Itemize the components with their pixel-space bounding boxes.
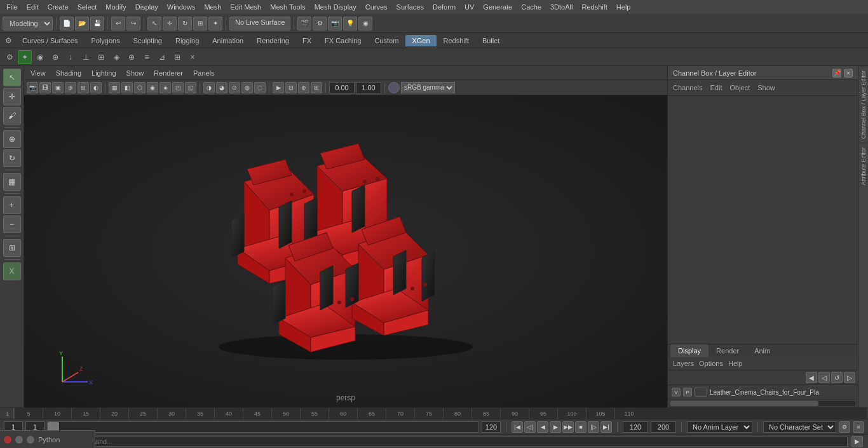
menu-3dtool[interactable]: 3DtoAll bbox=[546, 2, 576, 12]
menu-uv[interactable]: UV bbox=[461, 2, 478, 12]
tab-rendering[interactable]: Rendering bbox=[250, 35, 295, 46]
vp-face-btn[interactable]: ◰ bbox=[172, 82, 184, 93]
vp-cam2-btn[interactable]: 🎞 bbox=[39, 82, 51, 93]
help-option[interactable]: Help bbox=[728, 360, 743, 367]
vp-uvset-btn[interactable]: ◱ bbox=[185, 82, 196, 93]
python-run-btn[interactable]: ▶ bbox=[851, 436, 863, 447]
vp-ao-btn[interactable]: ◍ bbox=[241, 82, 253, 93]
char-set-settings-btn[interactable]: ⚙ bbox=[839, 421, 850, 433]
open-file-btn[interactable]: 📂 bbox=[75, 17, 89, 31]
menu-curves[interactable]: Curves bbox=[362, 2, 391, 12]
xgen-icon8[interactable]: ⊕ bbox=[125, 50, 139, 64]
xgen-icon1[interactable]: ✦ bbox=[18, 50, 32, 64]
python-input[interactable] bbox=[31, 437, 848, 447]
vp-menu-view[interactable]: View bbox=[27, 68, 50, 78]
layer-item[interactable]: V P Leather_Cinema_Chairs_for_Four_Pla bbox=[668, 385, 858, 400]
xgen-icon10[interactable]: ⊿ bbox=[155, 50, 169, 64]
vp-menu-shading[interactable]: Shading bbox=[52, 68, 85, 78]
timeline-track[interactable]: 5 10 15 20 25 30 35 40 45 50 55 60 65 70… bbox=[14, 408, 867, 419]
play-back-btn[interactable]: ◀ bbox=[537, 421, 548, 433]
vp-wire-btn[interactable]: ⊞ bbox=[78, 82, 89, 93]
layer-display-tab[interactable]: Display bbox=[670, 344, 709, 357]
paint-tool-icon[interactable]: 🖌 bbox=[3, 107, 21, 125]
vp-grid-btn[interactable]: ▦ bbox=[109, 82, 120, 93]
vp-light1-btn[interactable]: ◑ bbox=[203, 82, 215, 93]
plus-icon[interactable]: + bbox=[3, 196, 21, 214]
cam-btn[interactable]: 📷 bbox=[328, 17, 342, 31]
step-fwd-btn[interactable]: |▷ bbox=[588, 421, 599, 433]
render-settings-btn[interactable]: ⚙ bbox=[313, 17, 327, 31]
vp-rot-x-input[interactable] bbox=[329, 82, 355, 93]
select-tool-icon[interactable]: ↖ bbox=[3, 69, 21, 86]
vp-rot-y-input[interactable] bbox=[356, 82, 381, 93]
tab-custom[interactable]: Custom bbox=[369, 35, 405, 46]
workspace-dropdown[interactable]: Modeling bbox=[3, 17, 53, 31]
layer-playback-check[interactable]: P bbox=[683, 388, 692, 397]
menu-edit[interactable]: Edit bbox=[23, 2, 43, 12]
anim-layer-dropdown[interactable]: No Anim Layer bbox=[687, 421, 752, 433]
vp-display-btn[interactable]: ◧ bbox=[121, 82, 133, 93]
circle-btn[interactable]: ◉ bbox=[358, 17, 372, 31]
layer-next-btn[interactable]: ▷ bbox=[844, 372, 855, 383]
mini-close-btn[interactable] bbox=[4, 436, 11, 444]
tab-sculpting[interactable]: Sculpting bbox=[127, 35, 168, 46]
menu-mesh[interactable]: Mesh bbox=[200, 2, 225, 12]
frame-end-field[interactable] bbox=[482, 421, 501, 433]
xgen-icon2[interactable]: ◉ bbox=[33, 50, 47, 64]
undo-btn[interactable]: ↩ bbox=[111, 17, 125, 31]
vp-overscan-btn[interactable]: ⊞ bbox=[311, 82, 322, 93]
xgen-icon12[interactable]: × bbox=[186, 50, 200, 64]
tab-xgen[interactable]: XGen bbox=[405, 35, 436, 46]
layer-refresh-btn[interactable]: ↺ bbox=[831, 372, 843, 383]
vp-light2-btn[interactable]: ◕ bbox=[216, 82, 227, 93]
grid-icon[interactable]: ▦ bbox=[3, 173, 21, 191]
edit-tab[interactable]: Edit bbox=[710, 84, 722, 92]
layer-visibility-check[interactable]: V bbox=[672, 388, 681, 397]
redo-btn[interactable]: ↪ bbox=[126, 17, 140, 31]
vp-menu-show[interactable]: Show bbox=[123, 68, 148, 78]
vp-cam1-btn[interactable]: 📷 bbox=[27, 82, 38, 93]
rotate-btn[interactable]: ↻ bbox=[178, 17, 192, 31]
vp-menu-renderer[interactable]: Renderer bbox=[150, 68, 187, 78]
go-end-btn[interactable]: ▶| bbox=[600, 421, 612, 433]
layer-anim-tab[interactable]: Anim bbox=[747, 344, 778, 357]
stop-btn[interactable]: ■ bbox=[575, 421, 587, 433]
tab-polygons[interactable]: Polygons bbox=[85, 35, 126, 46]
play-fwd-btn[interactable]: ▶ bbox=[550, 421, 561, 433]
layer-prev2-btn[interactable]: ◁ bbox=[818, 372, 830, 383]
universal-btn[interactable]: ✦ bbox=[208, 17, 222, 31]
vp-poly-btn[interactable]: ⬡ bbox=[134, 82, 146, 93]
settings-gear-icon[interactable]: ⚙ bbox=[3, 50, 17, 64]
vp-snap-btn[interactable]: ⊕ bbox=[65, 82, 76, 93]
channels-tab[interactable]: Channels bbox=[673, 84, 702, 92]
no-live-surface-btn[interactable]: No Live Surface bbox=[229, 17, 290, 31]
layer-scrollbar[interactable] bbox=[670, 401, 855, 406]
move-btn[interactable]: ✛ bbox=[163, 17, 177, 31]
show-tab[interactable]: Show bbox=[757, 84, 775, 92]
viewport-3d[interactable]: X Y Z persp bbox=[24, 95, 667, 407]
vp-menu-lighting[interactable]: Lighting bbox=[88, 68, 120, 78]
playback-slider[interactable] bbox=[47, 421, 479, 433]
layers-option[interactable]: Layers bbox=[673, 360, 694, 367]
menu-display[interactable]: Display bbox=[132, 2, 162, 12]
menu-surfaces[interactable]: Surfaces bbox=[393, 2, 428, 12]
menu-generate[interactable]: Generate bbox=[479, 2, 516, 12]
vp-cam3-btn[interactable]: ▣ bbox=[52, 82, 64, 93]
options-option[interactable]: Options bbox=[699, 360, 723, 367]
light-btn[interactable]: 💡 bbox=[343, 17, 357, 31]
vp-film-btn[interactable]: ⊟ bbox=[285, 82, 297, 93]
layer-color-swatch[interactable] bbox=[695, 388, 707, 397]
channel-box-edge-tab[interactable]: Channel Box / Layer Editor bbox=[860, 66, 867, 143]
menu-edit-mesh[interactable]: Edit Mesh bbox=[226, 2, 265, 12]
attribute-editor-edge-tab[interactable]: Attribute Editor bbox=[860, 143, 867, 189]
vp-playback-btn[interactable]: ▶ bbox=[273, 82, 284, 93]
vp-edge-btn[interactable]: ◈ bbox=[159, 82, 171, 93]
character-set-dropdown[interactable]: No Character Set bbox=[763, 421, 836, 433]
layer-prev-btn[interactable]: ◀ bbox=[806, 372, 817, 383]
move-tool-icon[interactable]: ✛ bbox=[3, 88, 21, 105]
tab-rigging[interactable]: Rigging bbox=[169, 35, 205, 46]
menu-help[interactable]: Help bbox=[613, 2, 635, 12]
menu-deform[interactable]: Deform bbox=[429, 2, 459, 12]
char-set-extra-btn[interactable]: ≡ bbox=[853, 421, 864, 433]
menu-redshift[interactable]: Redshift bbox=[578, 2, 611, 12]
